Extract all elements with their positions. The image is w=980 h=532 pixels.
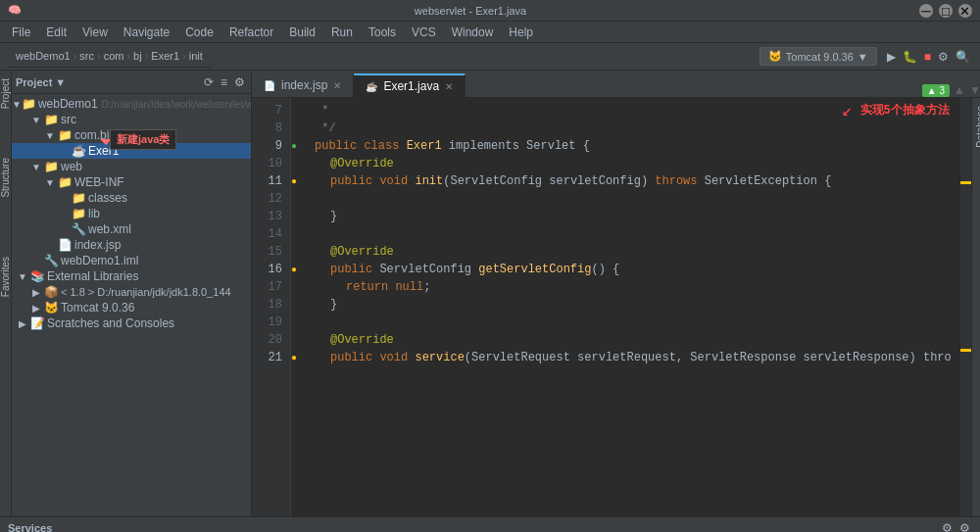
tree-item-extlibs[interactable]: ▼ 📚 External Libraries	[12, 268, 251, 284]
ln-10: 10	[252, 155, 290, 172]
tree-item-tomcat-lib[interactable]: ▶ 🐱 Tomcat 9.0.36	[12, 300, 251, 315]
tree-item-scratches[interactable]: ▶ 📝 Scratches and Consoles	[12, 315, 251, 331]
tree-label-combj: com.bj	[74, 128, 109, 142]
tree-label-iml: webDemo1.iml	[61, 254, 138, 267]
tree-item-web[interactable]: ▼ 📁 web	[12, 159, 251, 174]
ln-16: 16	[252, 261, 290, 278]
gutter-8	[291, 120, 307, 137]
editor-scrollbar[interactable]	[959, 98, 971, 516]
breadcrumb: webDemo1 › src › com › bj › Exer1 › init	[8, 46, 211, 68]
tree-item-exer1[interactable]: ☕ Exer1 新建java类	[12, 143, 251, 159]
menu-code[interactable]: Code	[177, 24, 221, 41]
nav-bar: webDemo1 › src › com › bj › Exer1 › init…	[0, 43, 980, 71]
breadcrumb-bj[interactable]: bj	[133, 50, 142, 62]
services-settings-icon[interactable]: ⚙	[940, 520, 955, 533]
gutter-12	[291, 190, 307, 208]
bottom-panel: Services ⚙ ⚙ ≡ + ▶ ■ ↻ ▼ 🐱 Tomcat Server…	[0, 516, 980, 532]
tree-item-indexjsp[interactable]: 📄 index.jsp	[12, 237, 251, 253]
code-line-13: }	[315, 208, 952, 225]
tree-item-webxml[interactable]: 🔧 web.xml	[12, 221, 251, 237]
tree-item-src[interactable]: ▼ 📁 src	[12, 112, 251, 127]
line-numbers: 7 8 9 10 11 12 13 14 15 16 17 18 19 20 2…	[252, 98, 291, 516]
menu-view[interactable]: View	[74, 24, 116, 41]
menu-bar: File Edit View Navigate Code Refactor Bu…	[0, 22, 980, 43]
tree-item-iml[interactable]: 🔧 webDemo1.iml	[12, 253, 251, 268]
project-collapse-icon[interactable]: ≡	[219, 74, 229, 90]
menu-window[interactable]: Window	[444, 24, 502, 41]
menu-help[interactable]: Help	[501, 24, 541, 41]
ln-21: 21	[252, 349, 290, 366]
editor-area: 📄 index.jsp ✕ ☕ Exer1.java ✕ ▲ 3 ▲ ▼ 7 8…	[252, 71, 980, 516]
debug-icon[interactable]: 🐛	[901, 49, 919, 65]
favorites-side-tab[interactable]: Favorites	[0, 257, 11, 297]
database-side-tab[interactable]: Database	[975, 106, 980, 148]
tree-path-webdemo1: D:/ruanjian/idea/work/webservlet/webDemo…	[102, 99, 251, 110]
tree-item-webinf[interactable]: ▼ 📁 WEB-INF	[12, 174, 251, 190]
code-line-10: @Override	[315, 155, 952, 172]
tab-indexjsp[interactable]: 📄 index.jsp ✕	[252, 73, 354, 97]
breadcrumb-src[interactable]: src	[79, 50, 94, 62]
editor-nav-up[interactable]: ▲	[954, 83, 965, 97]
menu-vcs[interactable]: VCS	[404, 24, 444, 41]
menu-edit[interactable]: Edit	[38, 24, 74, 41]
menu-build[interactable]: Build	[281, 24, 323, 41]
structure-side-tab[interactable]: Structure	[0, 158, 11, 198]
menu-run[interactable]: Run	[323, 24, 361, 41]
tree-label-jdk: < 1.8 > D:/ruanjian/jdk/jdk1.8.0_144	[61, 286, 231, 298]
tree-label-extlibs: External Libraries	[47, 269, 138, 283]
stop-icon[interactable]: ■	[922, 49, 933, 65]
tomcat-icon: 🐱	[768, 50, 782, 63]
services-gear-icon[interactable]: ⚙	[957, 520, 972, 533]
tree-item-webdemo1[interactable]: ▼ 📁 webDemo1 D:/ruanjian/idea/work/webse…	[12, 96, 251, 112]
tree-label-webinf: WEB-INF	[74, 175, 124, 189]
project-settings-icon[interactable]: ⚙	[232, 74, 247, 90]
settings-icon[interactable]: ⚙	[936, 49, 951, 65]
tree-item-lib[interactable]: 📁 lib	[12, 206, 251, 221]
folder-icon-lib: 📁	[71, 207, 86, 220]
tree-item-jdk[interactable]: ▶ 📦 < 1.8 > D:/ruanjian/jdk/jdk1.8.0_144	[12, 284, 251, 300]
close-tab-exer1java[interactable]: ✕	[445, 81, 453, 92]
minimize-button[interactable]: ─	[919, 4, 933, 18]
gutter-14	[291, 225, 307, 243]
tree-label-tomcat-lib: Tomcat 9.0.36	[61, 301, 134, 314]
tree-label-indexjsp: index.jsp	[74, 238, 121, 252]
breadcrumb-exer1[interactable]: Exer1	[151, 50, 179, 62]
ln-17: 17	[252, 278, 290, 296]
ln-15: 15	[252, 243, 290, 261]
maximize-button[interactable]: □	[939, 4, 953, 18]
run-icon[interactable]: ▶	[885, 49, 898, 65]
scroll-marker-1	[960, 181, 971, 184]
breadcrumb-webdemo1[interactable]: webDemo1	[16, 50, 71, 62]
breadcrumb-init[interactable]: init	[189, 50, 203, 62]
menu-file[interactable]: File	[4, 24, 38, 41]
nav-toolbar-icons: ▶ 🐛 ■ ⚙ 🔍	[885, 49, 972, 65]
menu-refactor[interactable]: Refactor	[221, 24, 281, 41]
java-tab-icon: ☕	[366, 81, 377, 92]
tree-item-classes[interactable]: 📁 classes	[12, 190, 251, 206]
project-sync-icon[interactable]: ⟳	[202, 74, 216, 90]
scroll-marker-2	[960, 349, 971, 352]
gutter-7	[291, 102, 307, 120]
tree-item-combj[interactable]: ▼ 📁 com.bj	[12, 127, 251, 143]
editor-nav-down[interactable]: ▼	[969, 83, 980, 97]
breadcrumb-com[interactable]: com	[104, 50, 124, 62]
code-line-16: public ServletConfig getServletConfig() …	[315, 261, 952, 278]
search-icon[interactable]: 🔍	[954, 49, 972, 65]
code-editor[interactable]: ↙ 实现5个抽象方法 * */ public class Exer1 imple…	[307, 98, 959, 516]
tomcat-run-button[interactable]: 🐱 Tomcat 9.0.36 ▼	[760, 47, 877, 66]
code-line-18: }	[315, 296, 952, 314]
project-side-tab[interactable]: Project	[0, 78, 11, 109]
ln-20: 20	[252, 331, 290, 349]
gutter-9: ●	[291, 137, 307, 155]
services-toolbar-icons: ⚙ ⚙	[940, 520, 972, 533]
project-panel-title: Project ▼	[16, 76, 66, 88]
close-button[interactable]: ✕	[958, 4, 972, 18]
close-tab-indexjsp[interactable]: ✕	[333, 80, 341, 91]
tab-exer1java[interactable]: ☕ Exer1.java ✕	[354, 73, 466, 97]
menu-tools[interactable]: Tools	[361, 24, 404, 41]
title-bar: 🧠 webservlet - Exer1.java ─ □ ✕	[0, 0, 980, 22]
menu-navigate[interactable]: Navigate	[116, 24, 177, 41]
ln-9: 9	[252, 137, 290, 155]
ln-11: 11	[252, 172, 290, 190]
tree-label-lib: lib	[88, 207, 100, 220]
